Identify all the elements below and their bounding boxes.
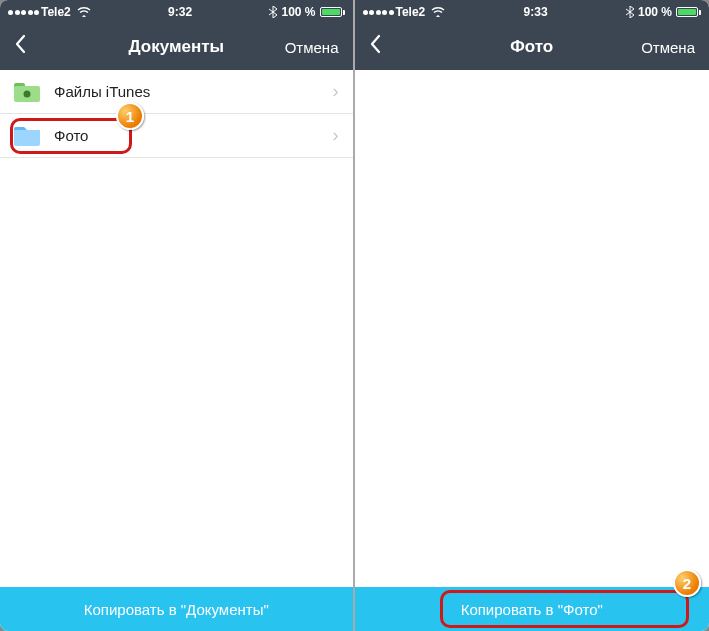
cancel-button[interactable]: Отмена [641,39,695,56]
chevron-left-icon [369,34,381,54]
wifi-icon [77,7,91,17]
clock-label: 9:33 [445,5,626,19]
carrier-label: Tele2 [396,5,426,19]
list-item[interactable]: Файлы iTunes › [0,70,353,114]
list-item-label: Файлы iTunes [54,83,333,100]
chevron-right-icon: › [333,81,339,102]
svg-point-2 [24,90,31,97]
battery-percent-label: 100 % [638,5,672,19]
nav-header: Фото Отмена [355,24,710,70]
folder-green-icon [14,81,40,103]
battery-icon [676,7,701,17]
wifi-icon [431,7,445,17]
carrier-label: Tele2 [41,5,71,19]
clock-label: 9:32 [91,5,270,19]
signal-icon [363,10,394,15]
dual-screenshot: Tele2 9:32 100 % Документы Отмена Фа [0,0,709,631]
chevron-right-icon: › [333,125,339,146]
copy-to-label: Копировать в "Документы" [84,601,269,618]
screen-documents: Tele2 9:32 100 % Документы Отмена Фа [0,0,355,631]
copy-to-label: Копировать в "Фото" [461,601,603,618]
back-button[interactable] [14,34,38,60]
page-title: Документы [128,37,224,57]
bluetooth-icon [269,6,277,18]
battery-percent-label: 100 % [281,5,315,19]
cancel-button[interactable]: Отмена [285,39,339,56]
folder-list: Файлы iTunes › Фото › [0,70,353,158]
nav-header: Документы Отмена [0,24,353,70]
back-button[interactable] [369,34,393,60]
list-item-label: Фото [54,127,333,144]
status-bar: Tele2 9:32 100 % [0,0,353,24]
status-bar: Tele2 9:33 100 % [355,0,710,24]
signal-icon [8,10,39,15]
chevron-left-icon [14,34,26,54]
copy-to-button[interactable]: Копировать в "Документы" [0,587,353,631]
bluetooth-icon [626,6,634,18]
screen-photo: Tele2 9:33 100 % Фото Отмена Копировать … [355,0,710,631]
folder-blue-icon [14,125,40,147]
page-title: Фото [510,37,553,57]
list-item[interactable]: Фото › [0,114,353,158]
battery-icon [320,7,345,17]
copy-to-button[interactable]: Копировать в "Фото" [355,587,710,631]
